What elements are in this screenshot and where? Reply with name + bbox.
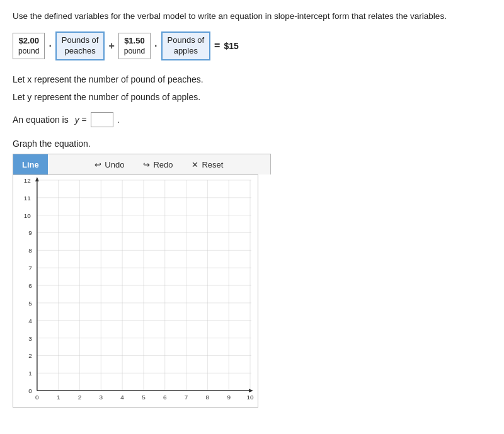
equation-prefix: An equation is [13,115,69,125]
verbal-model: $2.00 pound · Pounds of peaches + $1.50 … [13,31,491,60]
undo-button[interactable]: ↩ Undo [94,160,124,169]
price-box-1: $2.00 pound [13,33,45,59]
svg-text:12: 12 [24,177,32,184]
svg-text:0: 0 [28,387,32,394]
plus-operator: + [108,40,114,52]
definitions-section: Let x represent the number of pound of p… [13,71,491,106]
reset-icon: ✕ [192,160,198,169]
label-box-2: Pounds of apples [161,31,211,60]
svg-text:3: 3 [100,394,103,401]
svg-text:1: 1 [57,394,60,401]
graph-toolbar: Line ↩ Undo ↪ Redo ✕ Reset [13,154,271,174]
redo-icon: ↪ [143,160,150,169]
equation-row: An equation is y = . [13,112,491,127]
graph-label: Graph the equation. [13,139,491,149]
svg-text:6: 6 [163,394,167,401]
y-equals-label: y = [72,115,87,125]
svg-text:4: 4 [120,394,124,401]
svg-text:7: 7 [185,394,188,401]
label-box-1: Pounds of peaches [55,31,105,60]
svg-text:7: 7 [28,265,32,271]
dot-operator-1: · [49,40,51,52]
svg-text:2: 2 [78,394,82,401]
svg-text:10: 10 [24,212,32,219]
reset-button[interactable]: ✕ Reset [192,160,223,169]
svg-text:8: 8 [206,394,210,401]
graph-svg: 0 1 2 3 4 5 6 7 8 9 10 11 12 0 1 2 3 4 5… [13,175,258,407]
graph-area: 0 1 2 3 4 5 6 7 8 9 10 11 12 0 1 2 3 4 5… [13,174,258,408]
svg-text:0: 0 [35,394,39,401]
svg-text:9: 9 [28,230,32,237]
redo-button[interactable]: ↪ Redo [143,160,173,169]
equation-input[interactable] [91,112,113,127]
instruction-text: Use the defined variables for the verbal… [13,10,491,23]
undo-icon: ↩ [94,160,101,169]
svg-text:8: 8 [28,247,32,254]
period-after-input: . [117,115,120,125]
svg-text:11: 11 [24,195,32,202]
svg-text:5: 5 [142,394,146,401]
svg-text:3: 3 [28,335,32,342]
svg-marker-26 [35,177,39,181]
x-definition: Let x represent the number of pound of p… [13,71,491,88]
svg-rect-0 [37,180,251,391]
svg-text:1: 1 [28,370,32,377]
line-tool-button[interactable]: Line [13,154,48,174]
dot-operator-2: · [154,40,157,52]
svg-text:6: 6 [28,282,32,289]
price-box-2: $1.50 pound [118,33,151,59]
svg-text:5: 5 [28,300,32,307]
total-value: $15 [224,41,238,51]
svg-text:2: 2 [28,352,32,359]
svg-text:4: 4 [28,317,32,324]
svg-text:9: 9 [227,394,231,401]
equals-sign: = [214,40,220,52]
y-definition: Let y represent the number of pounds of … [13,88,491,106]
svg-text:10: 10 [246,394,254,401]
